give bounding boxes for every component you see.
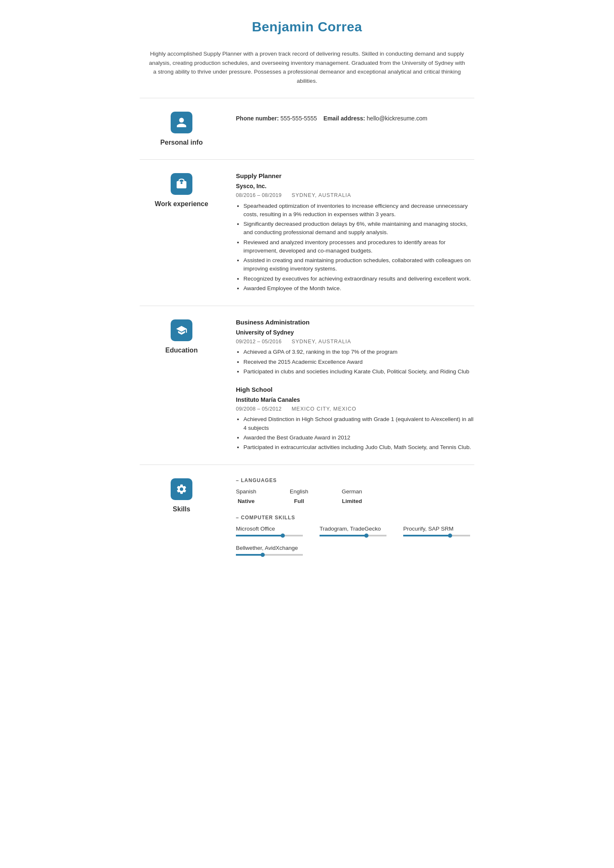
skill-item-3: Bellwether, AvidXchange — [236, 544, 303, 556]
bullet: Awarded Employee of the Month twice. — [243, 284, 474, 293]
skill-item-0: Microsoft Office — [236, 525, 303, 536]
computer-skills-block: – COMPUTER SKILLS Microsoft Office Trado… — [236, 514, 474, 556]
skill-fill-2 — [403, 535, 450, 536]
work-experience-label: Work experience — [155, 199, 208, 209]
skill-dot-0 — [281, 534, 285, 538]
bullet: Assisted in creating and maintaining pro… — [243, 256, 474, 273]
skill-name-3: Bellwether, AvidXchange — [236, 544, 298, 552]
bullet: Participated in clubs and societies incl… — [243, 368, 474, 376]
work-entry-location-0: SYDNEY, AUSTRALIA — [292, 192, 351, 198]
work-entry-0: Supply Planner Sysco, Inc. 08/2016 – 08/… — [236, 171, 474, 293]
edu-entry-location-0: SYDNEY, AUSTRALIA — [292, 339, 351, 345]
lang-item-1: English Full — [290, 488, 308, 505]
bullet: Reviewed and analyzed inventory processe… — [243, 238, 474, 255]
lang-name-2: German — [342, 488, 362, 496]
skill-name-2: Procurify, SAP SRM — [403, 525, 453, 533]
work-entry-meta-0: 08/2016 – 08/2019 SYDNEY, AUSTRALIA — [236, 191, 474, 199]
personal-info-label: Personal info — [160, 138, 202, 148]
phone-value: 555-555-5555 — [281, 115, 317, 122]
work-experience-section: Work experience Supply Planner Sysco, In… — [140, 159, 474, 306]
languages-category-label: – LANGUAGES — [236, 477, 474, 484]
skill-item-1: Tradogram, TradeGecko — [320, 525, 386, 536]
edu-entry-0: Business Administration University of Sy… — [236, 318, 474, 376]
bullet: Achieved a GPA of 3.92, ranking in the t… — [243, 348, 474, 356]
education-right: Business Administration University of Sy… — [223, 318, 474, 453]
work-entry-bullets-0: Spearheaded optimization of inventories … — [236, 202, 474, 293]
phone-label: Phone number: — [236, 115, 279, 122]
edu-entry-meta-0: 09/2012 – 05/2016 SYDNEY, AUSTRALIA — [236, 338, 474, 346]
computer-skills-grid: Microsoft Office Tradogram, TradeGecko — [236, 525, 474, 536]
briefcase-icon — [171, 173, 192, 195]
bullet: Received the 2015 Academic Excellence Aw… — [243, 358, 474, 366]
skill-name-0: Microsoft Office — [236, 525, 275, 533]
languages-grid: Spanish Native English Full German Limit… — [236, 488, 474, 505]
skill-dot-2 — [448, 534, 452, 538]
personal-info-section: Personal info Phone number: 555-555-5555… — [140, 98, 474, 159]
edu-entry-title-0: Business Administration — [236, 318, 474, 327]
resume-header: Benjamin Correa — [140, 17, 474, 37]
education-left: Education — [140, 318, 223, 453]
skills-section: Skills – LANGUAGES Spanish Native Englis… — [140, 465, 474, 576]
edu-entry-org-0: University of Sydney — [236, 328, 474, 337]
email-value: hello@kickresume.com — [367, 115, 427, 122]
skills-left: Skills — [140, 477, 223, 564]
work-experience-right: Supply Planner Sysco, Inc. 08/2016 – 08/… — [223, 171, 474, 294]
skill-track-1 — [320, 535, 386, 536]
skill-dot-1 — [364, 534, 368, 538]
skill-track-0 — [236, 535, 303, 536]
edu-entry-dates-0: 09/2012 – 05/2016 — [236, 339, 281, 345]
skill-fill-3 — [236, 554, 263, 556]
edu-entry-meta-1: 09/2008 – 05/2012 MEXICO CITY, MEXICO — [236, 405, 474, 413]
edu-entry-title-1: High School — [236, 385, 474, 395]
lang-name-0: Spanish — [236, 488, 256, 496]
skill-fill-0 — [236, 535, 283, 536]
bullet: Awarded the Best Graduate Award in 2012 — [243, 434, 474, 442]
edu-entry-bullets-1: Achieved Distinction in High School grad… — [236, 415, 474, 452]
personal-info-left: Personal info — [140, 110, 223, 148]
skill-dot-3 — [261, 553, 265, 557]
computer-skills-grid-2: Bellwether, AvidXchange — [236, 544, 474, 556]
computer-skills-label: – COMPUTER SKILLS — [236, 514, 474, 521]
personal-info-right: Phone number: 555-555-5555 Email address… — [223, 110, 474, 148]
education-section: Education Business Administration Univer… — [140, 306, 474, 465]
person-icon — [171, 112, 192, 133]
work-entry-title-0: Supply Planner — [236, 171, 474, 181]
skills-right: – LANGUAGES Spanish Native English Full … — [223, 477, 474, 564]
skill-fill-1 — [320, 535, 366, 536]
bullet: Achieved Distinction in High School grad… — [243, 415, 474, 432]
skill-track-3 — [236, 554, 303, 556]
edu-entry-location-1: MEXICO CITY, MEXICO — [292, 406, 356, 412]
skills-label: Skills — [173, 504, 190, 514]
edu-entry-org-1: Instituto María Canales — [236, 396, 474, 404]
work-entry-org-0: Sysco, Inc. — [236, 182, 474, 191]
email-label: Email address: — [323, 115, 365, 122]
lang-name-1: English — [290, 488, 308, 496]
skill-track-2 — [403, 535, 470, 536]
personal-info-details: Phone number: 555-555-5555 Email address… — [236, 110, 474, 123]
bullet: Spearheaded optimization of inventories … — [243, 202, 474, 219]
lang-item-0: Spanish Native — [236, 488, 256, 505]
work-entry-dates-0: 08/2016 – 08/2019 — [236, 192, 281, 198]
bullet: Participated in extracurricular activiti… — [243, 443, 474, 452]
lang-level-0: Native — [236, 497, 256, 505]
lang-item-2: German Limited — [342, 488, 362, 505]
summary-section: Highly accomplished Supply Planner with … — [140, 49, 474, 85]
lang-level-1: Full — [290, 497, 308, 505]
skill-name-1: Tradogram, TradeGecko — [320, 525, 381, 533]
education-label: Education — [165, 345, 197, 355]
edu-entry-bullets-0: Achieved a GPA of 3.92, ranking in the t… — [236, 348, 474, 376]
candidate-name: Benjamin Correa — [140, 17, 474, 37]
skills-icon — [171, 478, 192, 500]
edu-entry-1: High School Instituto María Canales 09/2… — [236, 385, 474, 452]
lang-level-2: Limited — [342, 497, 362, 505]
languages-block: – LANGUAGES Spanish Native English Full … — [236, 477, 474, 505]
summary-text: Highly accomplished Supply Planner with … — [148, 49, 466, 85]
bullet: Significantly decreased production delay… — [243, 220, 474, 237]
skill-item-2: Procurify, SAP SRM — [403, 525, 470, 536]
bullet: Recognized by executives for achieving e… — [243, 275, 474, 283]
work-experience-left: Work experience — [140, 171, 223, 294]
edu-entry-dates-1: 09/2008 – 05/2012 — [236, 406, 281, 412]
education-icon — [171, 319, 192, 341]
